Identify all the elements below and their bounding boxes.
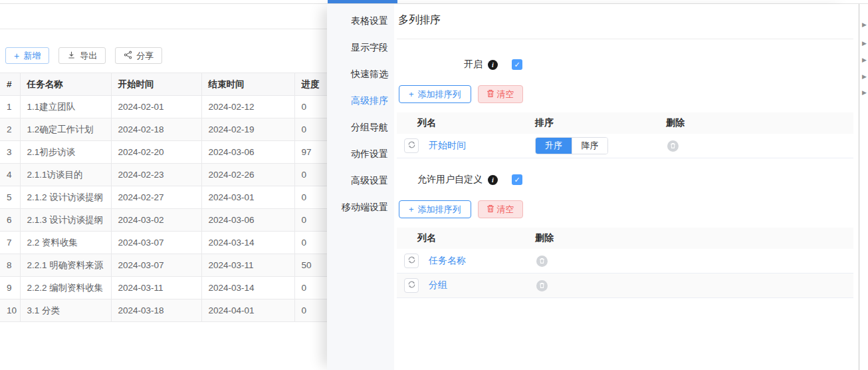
cell-task-name: 2.2 资料收集 [20, 232, 111, 254]
sidebar-item-action-settings[interactable]: 动作设置 [327, 140, 394, 167]
cell-end: 2024-03-11 [201, 254, 294, 277]
cell-progress: 0 [294, 118, 327, 141]
sidebar-item-group-navigation[interactable]: 分组导航 [327, 114, 394, 140]
table-row[interactable]: 7 2.2 资料收集 2024-03-07 2024-03-14 0 [0, 232, 327, 254]
cell-task-name: 2.1.2 设计访谈提纲 [20, 186, 111, 209]
gantt-edge-divider [859, 4, 859, 370]
clear-sort-button[interactable]: 清空 [478, 85, 523, 103]
table-row[interactable]: 1 1.1建立团队 2024-02-01 2024-02-12 0 [0, 96, 327, 118]
cell-end: 2024-03-14 [201, 277, 294, 299]
sidebar-item-display-fields[interactable]: 显示字段 [327, 34, 394, 61]
table-row[interactable]: 2 1.2确定工作计划 2024-02-18 2024-02-19 0 [0, 118, 327, 141]
allow-custom-checkbox[interactable]: ✓ [512, 174, 522, 185]
custom-sort-columns-table: 列名 删除 任务名称 [397, 228, 853, 298]
sort-columns-table: 列名 排序 删除 开始时间 升序 降序 [397, 112, 853, 158]
clear-custom-sort-button[interactable]: 清空 [478, 200, 523, 218]
cell-index: 1 [0, 96, 20, 118]
custom-column-link[interactable]: 任务名称 [429, 255, 466, 267]
task-table-header-row: # 任务名称 开始时间 结束时间 进度 [0, 73, 327, 96]
cell-index: 2 [0, 118, 20, 141]
cell-end: 2024-02-26 [201, 164, 294, 186]
cell-start: 2024-03-02 [111, 209, 201, 232]
col-name-header: 列名 [397, 117, 535, 129]
sort-column-link[interactable]: 开始时间 [429, 140, 466, 152]
cell-start: 2024-02-01 [111, 96, 201, 118]
plus-icon: + [409, 89, 414, 99]
sidebar-item-table-settings[interactable]: 表格设置 [327, 7, 394, 34]
enable-sort-label: 开启 [397, 59, 483, 71]
cell-start: 2024-02-20 [111, 141, 201, 164]
add-task-button[interactable]: + 新增 [5, 47, 49, 64]
plus-icon: + [409, 204, 414, 214]
download-icon [67, 51, 76, 61]
custom-column-link[interactable]: 分组 [429, 279, 447, 291]
table-row[interactable]: 10 3.1 分类 2024-03-18 2024-04-01 0 [0, 299, 327, 322]
swap-column-button[interactable] [404, 138, 419, 153]
cell-start: 2024-02-27 [111, 186, 201, 209]
cell-index: 4 [0, 164, 20, 186]
sidebar-item-mobile-settings[interactable]: 移动端设置 [327, 194, 394, 220]
cell-end: 2024-03-01 [201, 186, 294, 209]
delete-custom-column-button[interactable] [536, 256, 548, 267]
header-progress: 进度 [294, 73, 327, 96]
expand-arrow-icon[interactable]: ▶ [862, 90, 867, 96]
cell-index: 10 [0, 299, 20, 322]
add-custom-sort-column-button[interactable]: + 添加排序列 [399, 200, 471, 218]
clear-custom-sort-label: 清空 [497, 204, 514, 216]
clear-sort-label: 清空 [497, 89, 514, 100]
settings-panel: 多列排序 开启 i ✓ + 添加排序列 清空 列名 排序 [394, 4, 853, 370]
custom-table-header: 列名 删除 [397, 228, 853, 249]
expand-arrow-icon[interactable]: ▶ [862, 57, 867, 63]
cell-index: 6 [0, 209, 20, 232]
cell-end: 2024-04-01 [201, 299, 294, 322]
enable-sort-checkbox[interactable]: ✓ [512, 59, 522, 70]
delete-sort-column-button[interactable] [667, 140, 679, 152]
expand-arrow-icon[interactable]: ▶ [862, 22, 867, 28]
table-row[interactable]: 3 2.1初步访谈 2024-02-20 2024-03-06 97 [0, 141, 327, 164]
settings-drawer: 表格设置 显示字段 快速筛选 高级排序 分组导航 动作设置 高级设置 移动端设置… [327, 4, 853, 370]
share-button[interactable]: 分享 [115, 47, 162, 64]
swap-column-button[interactable] [404, 254, 419, 268]
enable-sort-row: 开启 i ✓ [397, 58, 853, 71]
table-row[interactable]: 5 2.1.2 设计访谈提纲 2024-02-27 2024-03-01 0 [0, 186, 327, 209]
delete-custom-column-button[interactable] [536, 280, 548, 291]
sidebar-item-advanced-sort[interactable]: 高级排序 [327, 87, 394, 114]
add-sort-column-button[interactable]: + 添加排序列 [399, 85, 471, 103]
custom-sort-row: 分组 [397, 274, 853, 298]
cell-progress: 0 [294, 299, 327, 322]
swap-column-button[interactable] [404, 278, 419, 293]
refresh-icon [407, 280, 416, 291]
plus-icon: + [14, 51, 19, 61]
allow-custom-label: 允许用户自定义 [397, 174, 483, 186]
cell-task-name: 1.2确定工作计划 [20, 118, 111, 141]
cell-task-name: 2.1.3 设计访谈提纲 [20, 209, 111, 232]
expand-arrow-icon[interactable]: ▶ [862, 41, 867, 47]
table-row[interactable]: 8 2.2.1 明确资料来源 2024-03-07 2024-03-11 50 [0, 254, 327, 277]
cell-start: 2024-02-18 [111, 118, 201, 141]
table-row[interactable]: 9 2.2.2 编制资料收集 2024-03-11 2024-03-14 0 [0, 277, 327, 299]
cell-start: 2024-03-07 [111, 254, 201, 277]
cell-task-name: 2.1.1访谈目的 [20, 164, 111, 186]
cell-progress: 0 [294, 96, 327, 118]
descending-button[interactable]: 降序 [572, 138, 607, 154]
sidebar-item-advanced-settings[interactable]: 高级设置 [327, 167, 394, 194]
table-row[interactable]: 4 2.1.1访谈目的 2024-02-23 2024-02-26 0 [0, 164, 327, 186]
header-index: # [0, 73, 20, 96]
custom-sort-actions: + 添加排序列 清空 [397, 200, 853, 218]
sort-row: 开始时间 升序 降序 [397, 134, 853, 158]
allow-custom-row: 允许用户自定义 i ✓ [397, 173, 853, 186]
info-icon: i [488, 175, 498, 185]
export-button[interactable]: 导出 [58, 47, 106, 64]
expand-arrow-icon[interactable]: ▶ [862, 74, 867, 80]
add-task-label: 新增 [23, 50, 41, 62]
refresh-icon [407, 256, 416, 266]
cell-end: 2024-03-06 [201, 209, 294, 232]
cell-end: 2024-03-14 [201, 232, 294, 254]
ascending-button[interactable]: 升序 [536, 138, 572, 154]
sidebar-item-quick-filter[interactable]: 快速筛选 [327, 61, 394, 87]
cell-progress: 0 [294, 209, 327, 232]
cell-task-name: 3.1 分类 [20, 299, 111, 322]
table-row[interactable]: 6 2.1.3 设计访谈提纲 2024-03-02 2024-03-06 0 [0, 209, 327, 232]
share-label: 分享 [136, 50, 154, 62]
col-name-header: 列名 [397, 232, 535, 244]
